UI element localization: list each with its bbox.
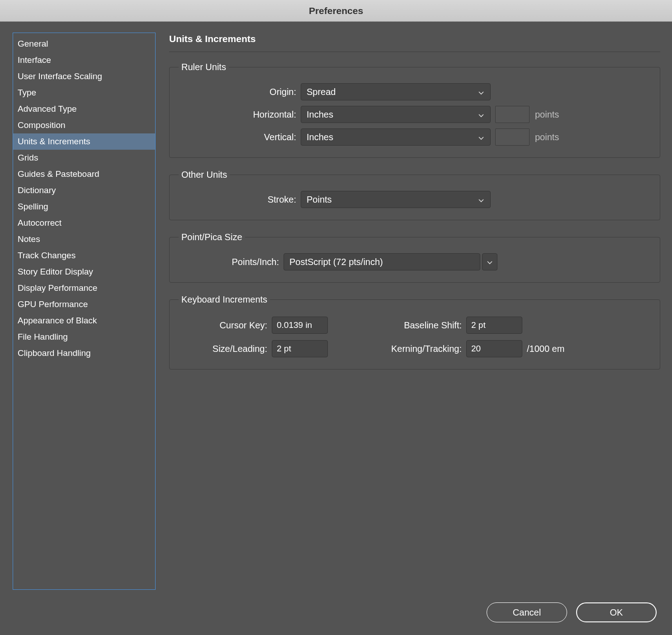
horizontal-label: Horizontal: — [179, 109, 301, 120]
page-title: Units & Increments — [169, 33, 660, 52]
point-pica-legend: Point/Pica Size — [179, 232, 245, 242]
window-title: Preferences — [0, 0, 672, 22]
sidebar-item-appearance-of-black[interactable]: Appearance of Black — [13, 313, 155, 329]
sidebar-item-type[interactable]: Type — [13, 85, 155, 101]
kerning-tracking-label: Kerning/Tracking: — [328, 344, 466, 354]
sidebar-item-guides-pasteboard[interactable]: Guides & Pasteboard — [13, 166, 155, 182]
points-inch-dropdown-button[interactable] — [482, 253, 497, 270]
kerning-tracking-input[interactable]: 20 — [466, 340, 522, 357]
ruler-units-legend: Ruler Units — [179, 62, 229, 72]
chevron-down-icon — [478, 133, 485, 141]
points-inch-combo[interactable]: PostScript (72 pts/inch) — [284, 253, 480, 270]
horizontal-select[interactable]: Inches — [301, 106, 491, 123]
ruler-units-group: Ruler Units Origin: Spread Horizontal: I… — [169, 62, 660, 158]
ok-button[interactable]: OK — [576, 602, 657, 622]
vertical-select-value: Inches — [307, 132, 333, 142]
chevron-down-icon — [478, 88, 485, 95]
sidebar-item-ui-scaling[interactable]: User Interface Scaling — [13, 68, 155, 85]
sidebar-item-general[interactable]: General — [13, 36, 155, 52]
vertical-select[interactable]: Inches — [301, 128, 491, 146]
other-units-legend: Other Units — [179, 170, 230, 180]
points-inch-label: Points/Inch: — [179, 257, 284, 267]
origin-select-value: Spread — [307, 87, 336, 97]
kerning-tracking-suffix: /1000 em — [527, 344, 564, 354]
sidebar-item-autocorrect[interactable]: Autocorrect — [13, 215, 155, 231]
cursor-key-input[interactable]: 0.0139 in — [272, 317, 328, 334]
horizontal-select-value: Inches — [307, 109, 333, 120]
sidebar-item-clipboard-handling[interactable]: Clipboard Handling — [13, 345, 155, 361]
sidebar-item-spelling[interactable]: Spelling — [13, 199, 155, 215]
keyboard-increments-group: Keyboard Increments Cursor Key: 0.0139 i… — [169, 294, 660, 370]
sidebar-item-file-handling[interactable]: File Handling — [13, 329, 155, 345]
horizontal-points-input[interactable] — [495, 106, 530, 123]
origin-select[interactable]: Spread — [301, 83, 491, 100]
cursor-key-label: Cursor Key: — [179, 320, 272, 331]
sidebar-item-composition[interactable]: Composition — [13, 117, 155, 133]
sidebar-item-track-changes[interactable]: Track Changes — [13, 247, 155, 264]
vertical-points-unit: points — [535, 132, 559, 142]
size-leading-input[interactable]: 2 pt — [272, 340, 328, 357]
other-units-group: Other Units Stroke: Points — [169, 170, 660, 220]
keyboard-increments-legend: Keyboard Increments — [179, 294, 270, 305]
sidebar-item-dictionary[interactable]: Dictionary — [13, 182, 155, 199]
chevron-down-icon — [478, 111, 485, 118]
stroke-select[interactable]: Points — [301, 191, 491, 208]
stroke-label: Stroke: — [179, 194, 301, 205]
sidebar-item-interface[interactable]: Interface — [13, 52, 155, 68]
sidebar-item-advanced-type[interactable]: Advanced Type — [13, 101, 155, 117]
dialog-footer: Cancel OK — [0, 590, 672, 635]
sidebar-item-display-performance[interactable]: Display Performance — [13, 280, 155, 296]
sidebar-item-story-editor-display[interactable]: Story Editor Display — [13, 264, 155, 280]
size-leading-label: Size/Leading: — [179, 344, 272, 354]
baseline-shift-label: Baseline Shift: — [328, 320, 466, 331]
sidebar-item-units-increments[interactable]: Units & Increments — [13, 133, 155, 150]
cancel-button[interactable]: Cancel — [487, 602, 567, 622]
baseline-shift-input[interactable]: 2 pt — [466, 317, 522, 334]
vertical-points-input[interactable] — [495, 128, 530, 146]
points-inch-value: PostScript (72 pts/inch) — [289, 257, 383, 267]
vertical-label: Vertical: — [179, 132, 301, 142]
preferences-sidebar: General Interface User Interface Scaling… — [13, 33, 156, 590]
chevron-down-icon — [478, 196, 485, 203]
chevron-down-icon — [486, 258, 493, 265]
origin-label: Origin: — [179, 87, 301, 97]
sidebar-item-grids[interactable]: Grids — [13, 150, 155, 166]
stroke-select-value: Points — [307, 194, 332, 205]
sidebar-item-gpu-performance[interactable]: GPU Performance — [13, 296, 155, 313]
horizontal-points-unit: points — [535, 109, 559, 120]
point-pica-group: Point/Pica Size Points/Inch: PostScript … — [169, 232, 660, 283]
sidebar-item-notes[interactable]: Notes — [13, 231, 155, 247]
main-panel: Units & Increments Ruler Units Origin: S… — [169, 33, 660, 590]
